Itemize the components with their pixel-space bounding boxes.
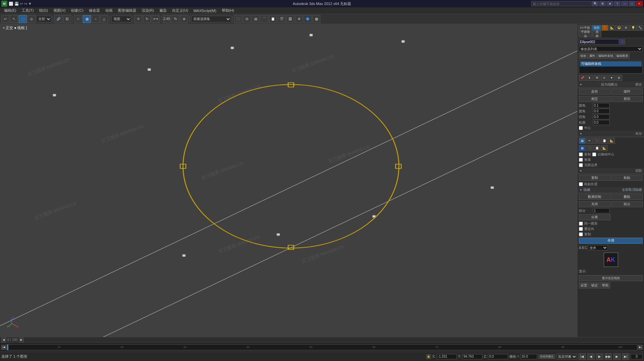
grid-value[interactable]: [520, 354, 537, 359]
paste-length-checkbox[interactable]: [579, 182, 583, 186]
tab-select[interactable]: 选择: [593, 31, 601, 37]
sub-tab-props[interactable]: 属性: [588, 53, 597, 59]
build-select-set[interactable]: 搭建选择集: [191, 16, 231, 22]
delete-btn2[interactable]: 删除: [611, 194, 643, 200]
corner-checkbox[interactable]: [579, 158, 583, 162]
cycle-btn[interactable]: 循环: [611, 89, 643, 95]
layer-btn[interactable]: ▤: [252, 15, 260, 23]
curve-btn[interactable]: ⌒: [260, 15, 268, 23]
timeline-bar[interactable]: 10 20 30 40 50 60 70 80 90 100: [7, 344, 637, 350]
render-setup-btn[interactable]: ⚙: [295, 15, 303, 23]
key-prev-btn[interactable]: |◀: [579, 353, 586, 360]
menu-animation[interactable]: 动画: [103, 7, 115, 14]
hierarchy-btn[interactable]: 🔱: [616, 25, 622, 31]
minimize-btn[interactable]: ─: [621, 1, 628, 6]
select-circle-btn[interactable]: ○: [92, 15, 100, 23]
timeline-end-btn[interactable]: ▶|: [638, 345, 643, 350]
select-btn[interactable]: ↖: [10, 15, 18, 23]
settings-btn[interactable]: 设置: [579, 282, 589, 288]
select-all-dropdown[interactable]: 全部: [36, 16, 51, 22]
tab-plane-move[interactable]: 平面移动: [578, 31, 592, 37]
scale-btn[interactable]: ⟷: [152, 15, 160, 23]
sub-tab-edit-shape[interactable]: 编辑图形: [615, 53, 630, 59]
menu-customize[interactable]: 自定义(U): [169, 7, 191, 14]
copy-checkbox[interactable]: [579, 152, 583, 156]
tocenter-checkbox[interactable]: [592, 152, 596, 156]
display-icon3[interactable]: ⬛: [594, 138, 600, 144]
stack-up-btn[interactable]: ⬆: [586, 75, 593, 81]
reverse-btn[interactable]: 反转: [579, 89, 611, 95]
timeline-start-btn[interactable]: |◀: [1, 345, 6, 350]
paste-btn[interactable]: 粘贴: [611, 175, 643, 181]
section-hide[interactable]: 隐藏 全部取消隐藏: [578, 187, 644, 193]
menu-tools[interactable]: 工具(T): [19, 7, 36, 14]
stack-pin-btn[interactable]: 📌: [579, 75, 586, 81]
mat-editor-btn[interactable]: 🔷: [304, 15, 312, 23]
timeline-back-btn[interactable]: ◀: [1, 338, 6, 342]
divide-btn[interactable]: 拆分: [611, 201, 643, 207]
menu-group[interactable]: 组(G): [36, 7, 51, 14]
frame-next-btn[interactable]: ▶: [613, 353, 621, 360]
display-btn[interactable]: 💡: [630, 25, 636, 31]
utilities-btn[interactable]: 🔧: [637, 25, 643, 31]
circle-input[interactable]: [593, 109, 610, 114]
select-region-btn[interactable]: ⬚: [19, 15, 27, 23]
current-frame-input[interactable]: [631, 354, 643, 359]
menu-render[interactable]: 渲染(R): [139, 7, 157, 14]
name-color-btn[interactable]: ⬛: [620, 39, 625, 44]
x-coord[interactable]: [437, 354, 457, 359]
section-display[interactable]: 布尔: [578, 131, 644, 137]
menu-edit[interactable]: 编辑(E): [1, 7, 19, 14]
action-btn[interactable]: 作用: [579, 238, 643, 244]
viewport[interactable]: + 正交 ● 线框 ] 百万图库 MWMW.CN 百万图库 MWMW.CN 百万…: [0, 24, 577, 337]
menu-views[interactable]: 视图(V): [51, 7, 68, 14]
modify-panel-btn[interactable]: 📐: [609, 25, 615, 31]
frame-prev-btn[interactable]: ◀: [587, 353, 595, 360]
stack-delete-btn[interactable]: ✕: [601, 75, 608, 81]
lock-scene-btn[interactable]: 🔒: [426, 354, 431, 359]
section-set-edge[interactable]: 设为端断点 熔合: [578, 82, 644, 88]
display-icon4[interactable]: 📋: [601, 138, 608, 144]
render-btn[interactable]: 🖼: [286, 15, 294, 23]
pivot-btn[interactable]: 2.45: [163, 15, 171, 23]
search-btn[interactable]: 🔍: [592, 1, 599, 6]
chamfer-input[interactable]: [593, 114, 610, 119]
same-shape-checkbox[interactable]: [579, 222, 583, 226]
render-frame-btn[interactable]: ▦: [312, 15, 320, 23]
display-blue-icon[interactable]: ▩: [579, 145, 586, 151]
sub-tab-edit-spline[interactable]: 编辑样条线: [597, 53, 615, 59]
crop-btn[interactable]: 剪切: [611, 96, 643, 102]
auto-key-btn[interactable]: 自动关键点: [538, 354, 555, 359]
motion-btn[interactable]: ⚙: [623, 25, 629, 31]
y-coord[interactable]: [462, 354, 482, 359]
tangent-input[interactable]: [593, 103, 610, 108]
divide-input[interactable]: [593, 208, 610, 213]
menu-create[interactable]: 创建(C): [68, 7, 86, 14]
mirror-btn[interactable]: ⬛: [234, 15, 242, 23]
help-btn[interactable]: ?: [614, 1, 621, 6]
reorient-checkbox[interactable]: [579, 227, 583, 231]
star-btn[interactable]: ★: [607, 1, 613, 6]
menu-maxscript[interactable]: MAXScript(M): [191, 8, 219, 13]
help-panel-btn[interactable]: 帮助: [600, 282, 610, 288]
play-anim-btn[interactable]: ▶▶: [605, 353, 612, 360]
display-icon6[interactable]: ⬛: [586, 145, 593, 151]
section-cut[interactable]: 切割: [578, 168, 644, 174]
create-panel-btn[interactable]: ⭕: [602, 25, 608, 31]
lasso-btn[interactable]: ◎: [27, 15, 35, 23]
percent-btn[interactable]: %: [171, 15, 179, 23]
menu-modifiers[interactable]: 修改器: [86, 7, 103, 14]
key-next-btn[interactable]: ▶|: [622, 353, 629, 360]
stack-show-btn[interactable]: 👁: [594, 75, 600, 81]
search-input[interactable]: [531, 1, 591, 6]
undo-btn[interactable]: ↩: [1, 15, 9, 23]
select-fence-btn[interactable]: △: [100, 15, 108, 23]
render-quick-btn[interactable]: 🎬: [278, 15, 286, 23]
lock-btn[interactable]: 锁定: [590, 282, 600, 288]
modifier-item-editable-spline[interactable]: 可编辑样条线: [580, 61, 642, 67]
align-btn[interactable]: ⊟: [243, 15, 251, 23]
link-btn[interactable]: 🔗: [54, 15, 62, 23]
copy-btn2[interactable]: 复制: [579, 175, 611, 181]
menu-graph-editor[interactable]: 图形编辑器: [115, 7, 139, 14]
center-checkbox[interactable]: [579, 126, 583, 130]
